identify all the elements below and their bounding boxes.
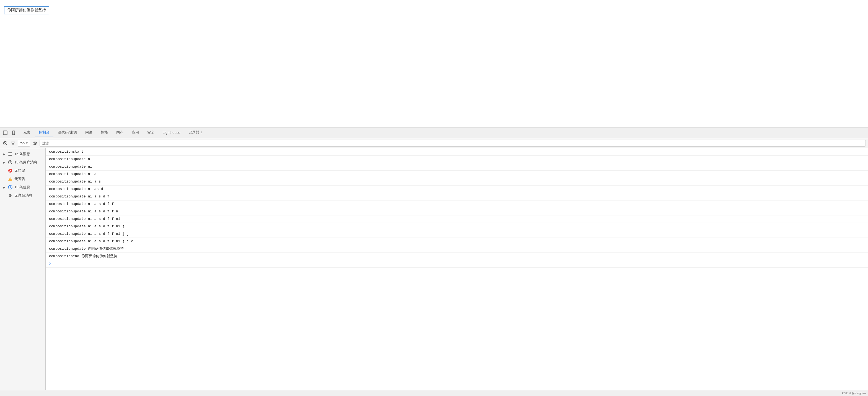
log-line: compositionupdate ni as d	[46, 186, 868, 193]
svg-point-7	[33, 142, 37, 145]
dock-icon[interactable]	[2, 130, 8, 136]
svg-rect-0	[3, 131, 7, 135]
tab-performance[interactable]: 性能	[97, 128, 112, 137]
context-dropdown[interactable]: top ▼	[18, 140, 30, 146]
context-dropdown-label: top	[20, 141, 25, 145]
log-line: compositionupdate ni a s d f f ni j j c	[46, 238, 868, 245]
sidebar-info-label: 15 条信息	[14, 185, 30, 190]
filter-icon[interactable]	[10, 140, 16, 146]
statusbar-text: CSDN @Kinghao	[842, 392, 866, 395]
sidebar-item-no-warnings[interactable]: 无警告	[0, 175, 45, 183]
devtools-statusbar: CSDN @Kinghao	[0, 390, 868, 396]
svg-line-5	[4, 142, 6, 144]
info-icon: i	[8, 185, 13, 190]
tab-lighthouse[interactable]: Lighthouse	[159, 129, 184, 137]
log-line: compositionupdate ni a s d f f ni j	[46, 223, 868, 230]
log-line: compositionupdate ni a s d f f	[46, 200, 868, 208]
sidebar-messages-label: 15 条消息	[14, 152, 30, 157]
log-line: compositionupdate ni a s d f f n	[46, 208, 868, 216]
log-line: compositionupdate n	[46, 156, 868, 163]
eye-icon[interactable]	[32, 140, 38, 146]
sidebar-user-messages-label: 15 条用户消息	[14, 160, 37, 165]
log-line: compositionupdate ni a s d f f ni j j	[46, 230, 868, 238]
devtools-tab-icons	[2, 130, 17, 136]
prompt-symbol: >	[49, 261, 51, 267]
log-line: compositionupdate ni a s d f f ni	[46, 216, 868, 223]
clear-console-icon[interactable]	[2, 140, 8, 146]
tab-sources[interactable]: 源代码/来源	[54, 128, 81, 137]
svg-point-12	[8, 152, 8, 153]
page-content-area: 你阿萨德仿佛你就坚持	[0, 0, 868, 127]
filter-input[interactable]	[39, 140, 866, 146]
sidebar-no-errors-label: 无错误	[14, 168, 25, 173]
sidebar-item-messages[interactable]: ▶ 15 条消息	[0, 150, 45, 158]
log-line: compositionend 你阿萨德仿佛你就坚持	[46, 253, 868, 260]
svg-point-8	[34, 142, 35, 144]
log-line: compositionupdate ni a s	[46, 178, 868, 186]
chevron-down-icon: ▼	[26, 141, 28, 145]
console-log-area[interactable]: compositionstart compositionupdate n com…	[46, 148, 868, 390]
devtools-panel: 元素 控制台 源代码/来源 网络 性能 内存 应用 安全 Lighthouse …	[0, 127, 868, 396]
tab-elements[interactable]: 元素	[20, 128, 34, 137]
svg-point-16	[10, 161, 11, 162]
devtools-tab-bar: 元素 控制台 源代码/来源 网络 性能 内存 应用 安全 Lighthouse …	[0, 127, 868, 138]
list-icon	[8, 152, 13, 157]
console-toolbar: top ▼	[0, 138, 868, 148]
log-line: compositionupdate ni	[46, 163, 868, 171]
svg-point-13	[8, 154, 8, 154]
tab-memory[interactable]: 内存	[113, 128, 127, 137]
sidebar-item-no-errors[interactable]: 无错误	[0, 166, 45, 175]
sidebar-no-warnings-label: 无警告	[14, 176, 25, 182]
gear-icon: ⚙	[8, 193, 13, 198]
sidebar-item-info[interactable]: ▶ i 15 条信息	[0, 183, 45, 191]
sidebar-no-verbose-label: 无详细消息	[14, 193, 32, 198]
console-prompt-line[interactable]: >	[46, 260, 868, 268]
svg-point-14	[8, 155, 8, 156]
expand-arrow-icon-3: ▶	[2, 185, 6, 189]
error-icon	[8, 168, 13, 173]
mobile-icon[interactable]	[10, 130, 17, 136]
tab-recorder[interactable]: 记录器 〉	[185, 128, 208, 137]
svg-point-22	[10, 180, 10, 180]
tab-console[interactable]: 控制台	[35, 128, 54, 137]
tab-network[interactable]: 网络	[82, 128, 96, 137]
log-line: compositionstart	[46, 148, 868, 156]
svg-marker-6	[11, 142, 15, 145]
log-line: compositionupdate 你阿萨德仿佛你就坚持	[46, 245, 868, 253]
text-input-display: 你阿萨德仿佛你就坚持	[4, 6, 49, 14]
tab-security[interactable]: 安全	[144, 128, 158, 137]
log-line: compositionupdate ni a s d f	[46, 193, 868, 200]
sidebar-item-no-verbose[interactable]: ⚙ 无详细消息	[0, 191, 45, 200]
sidebar-item-user-messages[interactable]: ▶ 15 条用户消息	[0, 158, 45, 166]
svg-text:i: i	[10, 186, 11, 189]
svg-rect-2	[12, 131, 15, 135]
console-sidebar: ▶ 15 条消息 ▶	[0, 148, 46, 390]
warning-icon	[8, 176, 13, 182]
devtools-main: ▶ 15 条消息 ▶	[0, 148, 868, 390]
expand-arrow-icon-2: ▶	[2, 160, 6, 164]
log-line: compositionupdate ni a	[46, 171, 868, 178]
tab-application[interactable]: 应用	[128, 128, 143, 137]
expand-arrow-icon: ▶	[2, 152, 6, 156]
user-icon	[8, 160, 13, 165]
